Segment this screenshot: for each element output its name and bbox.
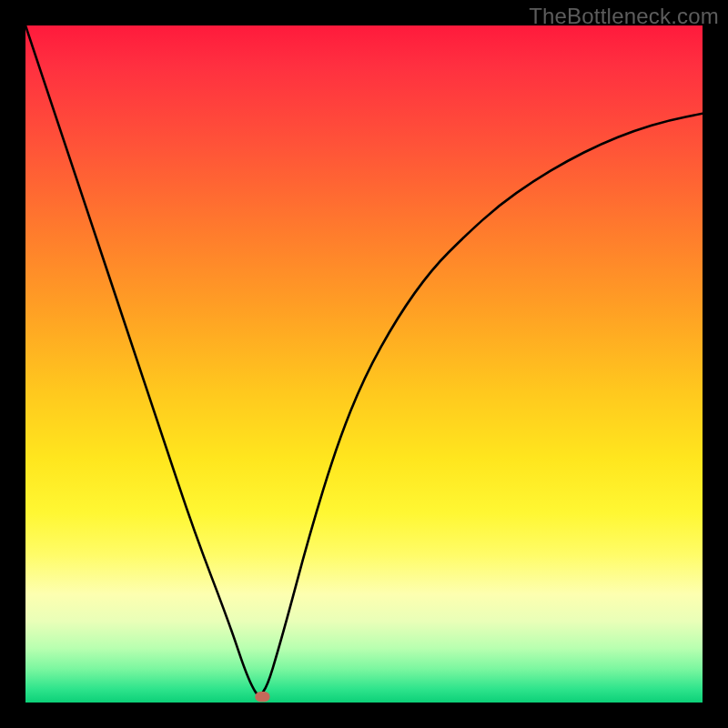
chart-svg [25,25,703,703]
watermark-text: TheBottleneck.com [529,4,719,29]
chart-frame: TheBottleneck.com [0,0,728,728]
minimum-marker [255,692,269,702]
plot-area [25,25,703,703]
bottleneck-curve [25,25,703,694]
